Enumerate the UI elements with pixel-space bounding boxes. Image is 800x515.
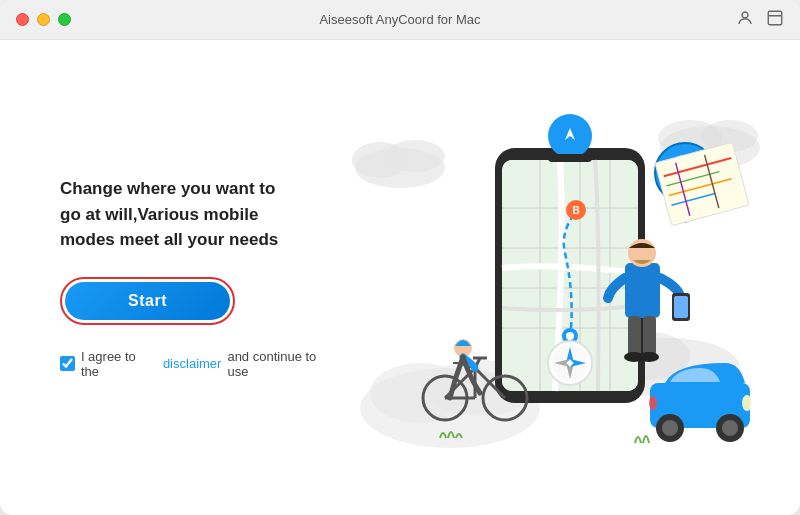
- svg-point-60: [742, 395, 752, 411]
- svg-point-61: [649, 396, 657, 410]
- svg-point-52: [639, 352, 659, 362]
- left-section: Change where you want to go at will,Vari…: [60, 176, 340, 379]
- title-bar-actions: [736, 9, 784, 31]
- svg-rect-73: [548, 154, 592, 162]
- title-bar: Aiseesoft AnyCoord for Mac: [0, 0, 800, 40]
- svg-text:B: B: [572, 205, 579, 216]
- user-icon[interactable]: [736, 9, 754, 31]
- svg-point-0: [742, 12, 748, 18]
- app-window: Aiseesoft AnyCoord for Mac Change where …: [0, 0, 800, 515]
- start-button[interactable]: Start: [65, 282, 230, 320]
- disclaimer-checkbox[interactable]: [60, 356, 75, 371]
- disclaimer-prefix: I agree to the: [81, 349, 157, 379]
- illustration-area: B: [340, 60, 760, 495]
- svg-point-27: [566, 332, 574, 340]
- disclaimer-row: I agree to the disclaimer and continue t…: [60, 349, 340, 379]
- svg-rect-49: [628, 316, 641, 356]
- window-title: Aiseesoft AnyCoord for Mac: [319, 12, 480, 27]
- svg-rect-54: [674, 296, 688, 318]
- main-content: Change where you want to go at will,Vari…: [0, 40, 800, 515]
- minimize-button[interactable]: [37, 13, 50, 26]
- svg-rect-47: [625, 263, 660, 318]
- window-icon[interactable]: [766, 9, 784, 31]
- disclaimer-suffix: and continue to use: [227, 349, 340, 379]
- svg-point-59: [722, 420, 738, 436]
- maximize-button[interactable]: [58, 13, 71, 26]
- disclaimer-link[interactable]: disclaimer: [163, 356, 222, 371]
- close-button[interactable]: [16, 13, 29, 26]
- svg-point-10: [385, 140, 445, 172]
- tagline-text: Change where you want to go at will,Vari…: [60, 176, 300, 253]
- svg-rect-1: [768, 11, 782, 25]
- svg-point-57: [662, 420, 678, 436]
- illustration-svg: B: [340, 68, 760, 488]
- traffic-lights: [16, 13, 71, 26]
- svg-rect-50: [643, 316, 656, 356]
- start-button-wrapper: Start: [60, 277, 235, 325]
